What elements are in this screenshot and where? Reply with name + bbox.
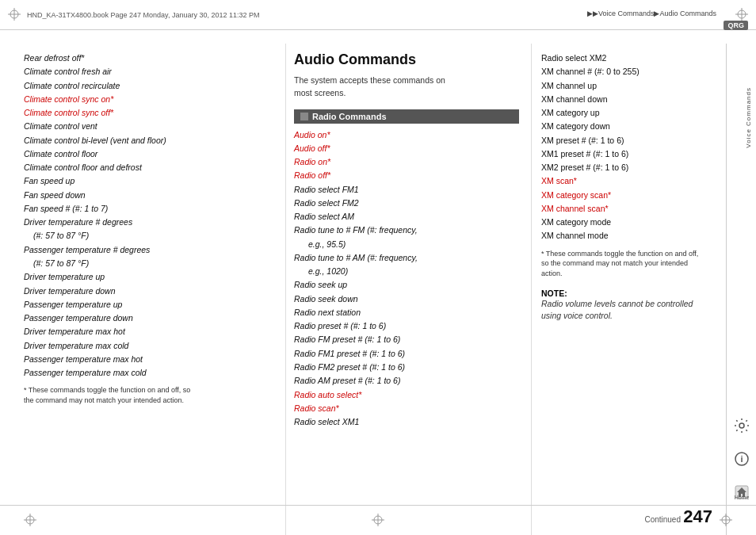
list-item: Driver temperature max cold: [24, 339, 269, 352]
radio-header-icon: [300, 113, 308, 120]
list-item: Radio select XM1: [294, 415, 519, 428]
list-item: XM category down: [541, 120, 748, 132]
list-item: Climate control sync on*: [24, 93, 269, 105]
header-filename: HND_KA-31TX4800.book Page 247 Monday, Ja…: [27, 11, 260, 19]
list-item: XM channel up: [541, 79, 748, 92]
list-item: Climate control floor: [24, 147, 269, 160]
list-item: Radio FM2 preset # (#: 1 to 6): [294, 361, 519, 373]
list-item: Climate control fresh air: [24, 65, 269, 78]
list-item: e.g., 1020): [294, 265, 519, 277]
list-item: XM category mode: [541, 216, 748, 228]
list-item: Radio AM preset # (#: 1 to 6): [294, 374, 519, 387]
list-item: Climate control bi-level (vent and floor…: [24, 134, 269, 147]
list-item: e.g., 95.5): [294, 238, 519, 250]
list-item: Passenger temperature down: [24, 311, 269, 324]
svg-point-6: [739, 423, 744, 428]
list-item: Fan speed down: [24, 189, 269, 201]
list-item: (#: 57 to 87 °F): [24, 257, 269, 269]
list-item: Radio select XM2: [541, 52, 748, 64]
list-item: Climate control vent: [24, 120, 269, 132]
list-item: Driver temperature max hot: [24, 325, 269, 338]
right-cmd-list: Radio select XM2 XM channel # (#: 0 to 2…: [541, 52, 748, 243]
left-cmd-list: Rear defrost off* Climate control fresh …: [24, 52, 269, 379]
qrg-badge: QRG: [724, 21, 748, 30]
section-title: Audio Commands: [294, 52, 519, 68]
list-item: XM category up: [541, 106, 748, 119]
settings-icon: [731, 415, 753, 437]
note-text: Radio volume levels cannot be controlled…: [541, 298, 748, 322]
reg-cross-tr: [735, 8, 748, 22]
list-item: Radio next station: [294, 306, 519, 319]
list-item: Driver temperature # degrees: [24, 216, 269, 228]
list-item: Passenger temperature max cold: [24, 366, 269, 379]
section-subtitle: The system accepts these commands onmost…: [294, 75, 519, 100]
list-item: Driver temperature down: [24, 285, 269, 297]
list-item: Radio tune to # FM (#: frequency,: [294, 224, 519, 236]
right-column: Radio select XM2 XM channel # (#: 0 to 2…: [531, 44, 756, 535]
main-content: Rear defrost off* Climate control fresh …: [0, 44, 756, 535]
reg-cross-tl: [8, 8, 21, 22]
home-icon: Home: [731, 481, 753, 503]
info-icon: i: [731, 448, 753, 470]
list-item: Driver temperature up: [24, 270, 269, 283]
right-footnote: * These commands toggle the function on …: [541, 249, 700, 279]
list-item: XM category scan*: [541, 189, 748, 201]
list-item: XM2 preset # (#: 1 to 6): [541, 161, 748, 174]
left-footnote: * These commands toggle the function on …: [24, 385, 269, 405]
list-item: Passenger temperature up: [24, 298, 269, 311]
list-item: Radio on*: [294, 155, 519, 168]
header-breadcrumb: ▶▶Voice Commands▶Audio Commands: [587, 10, 716, 17]
list-item: Radio off*: [294, 169, 519, 182]
list-item: (#: 57 to 87 °F): [24, 229, 269, 242]
right-sidebar: Voice Commands i Home: [726, 44, 756, 535]
reg-cross-bl: [24, 514, 36, 528]
reg-cross-br: [720, 514, 732, 528]
list-item: Fan speed # (#: 1 to 7): [24, 202, 269, 215]
list-item: Radio seek up: [294, 278, 519, 291]
list-item: Radio tune to # AM (#: frequency,: [294, 251, 519, 264]
list-item: XM1 preset # (#: 1 to 6): [541, 147, 748, 160]
list-item: XM scan*: [541, 174, 748, 187]
list-item: Climate control recirculate: [24, 79, 269, 92]
list-item: XM preset # (#: 1 to 6): [541, 134, 748, 147]
list-item: Fan speed up: [24, 174, 269, 187]
reg-cross-bm: [372, 514, 384, 528]
page-number: 247: [683, 506, 712, 527]
header-left: HND_KA-31TX4800.book Page 247 Monday, Ja…: [8, 8, 260, 22]
list-item: XM channel mode: [541, 229, 748, 242]
list-item: Audio off*: [294, 142, 519, 155]
list-item: Radio seek down: [294, 292, 519, 305]
list-item: XM channel scan*: [541, 202, 748, 215]
list-item: XM channel down: [541, 93, 748, 105]
list-item: Radio select FM2: [294, 197, 519, 209]
svg-text:Home: Home: [734, 495, 749, 500]
svg-text:i: i: [740, 454, 743, 464]
list-item: Radio auto select*: [294, 388, 519, 401]
header-bar: HND_KA-31TX4800.book Page 247 Monday, Ja…: [0, 0, 756, 30]
sidebar-label: Voice Commands: [745, 87, 752, 148]
bottom-bar: [0, 505, 756, 535]
list-item: Radio FM1 preset # (#: 1 to 6): [294, 347, 519, 360]
list-item: Radio select AM: [294, 210, 519, 223]
continued-label: Continued: [644, 515, 681, 524]
list-item: XM channel # (#: 0 to 255): [541, 65, 748, 78]
note-label: NOTE:: [541, 289, 748, 298]
mid-column: Audio Commands The system accepts these …: [285, 44, 531, 535]
list-item: Radio FM preset # (#: 1 to 6): [294, 333, 519, 346]
radio-header-label: Radio Commands: [312, 112, 387, 121]
list-item: Passenger temperature max hot: [24, 353, 269, 365]
note-section: NOTE: Radio volume levels cannot be cont…: [541, 289, 748, 322]
list-item: Passenger temperature # degrees: [24, 243, 269, 256]
left-column: Rear defrost off* Climate control fresh …: [0, 44, 285, 535]
list-item: Radio scan*: [294, 402, 519, 415]
list-item: Radio preset # (#: 1 to 6): [294, 319, 519, 332]
list-item: Audio on*: [294, 128, 519, 141]
list-item: Radio select FM1: [294, 183, 519, 196]
radio-commands-header: Radio Commands: [294, 109, 519, 124]
list-item: Rear defrost off*: [24, 52, 269, 64]
mid-cmd-list: Audio on* Audio off* Radio on* Radio off…: [294, 128, 519, 429]
list-item: Climate control sync off*: [24, 106, 269, 119]
list-item: Climate control floor and defrost: [24, 161, 269, 174]
